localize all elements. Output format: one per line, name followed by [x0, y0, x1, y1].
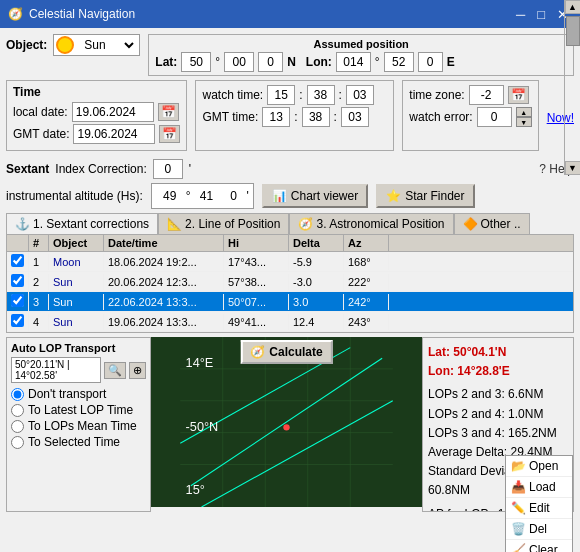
calculate-button[interactable]: 🧭 Calculate	[240, 340, 332, 364]
timezone-input[interactable]	[469, 85, 504, 105]
compass2-icon: 🧭	[298, 217, 313, 231]
lat-label: Lat:	[155, 55, 177, 69]
header-hi: Hi	[224, 235, 289, 251]
hs-min-input[interactable]	[193, 185, 221, 207]
maximize-button[interactable]: □	[533, 7, 549, 22]
tab-other[interactable]: 🔶 Other ..	[454, 213, 530, 234]
lon-dir: E	[447, 55, 455, 69]
row2-check[interactable]	[11, 274, 24, 287]
header-num: #	[29, 235, 49, 251]
tab-astronomical-position[interactable]: 🧭 3. Astronomical Position	[289, 213, 453, 234]
edit-icon: ✏️	[511, 501, 526, 515]
table-row-selected[interactable]: 3 Sun 22.06.2024 13:3... 50°07... 3.0 24…	[7, 292, 573, 312]
lon-deg-input[interactable]	[336, 52, 371, 72]
gmt-time-label: GMT time:	[202, 110, 258, 124]
sun-icon	[56, 36, 74, 54]
radio-latest-lop[interactable]	[11, 404, 24, 417]
watch-h-input[interactable]	[267, 85, 295, 105]
app-title: Celestial Navigation	[29, 7, 135, 21]
gmt-date-input[interactable]	[73, 124, 155, 144]
tab-line-of-position[interactable]: 📐 2. Line of Position	[158, 213, 289, 234]
zoom-button[interactable]: 🔍	[104, 362, 126, 379]
result-lon: Lon: 14°28.8'E	[428, 362, 568, 381]
lon-label: Lon:	[306, 55, 332, 69]
svg-point-14	[283, 424, 289, 430]
clear-icon: 🧹	[511, 543, 526, 552]
scroll-up-arrow[interactable]: ▲	[565, 0, 581, 14]
header-az: Az	[344, 235, 389, 251]
minimize-button[interactable]: ─	[512, 7, 529, 22]
spin-down[interactable]: ▼	[516, 117, 532, 127]
scrollbar-v: ▲ ▼	[564, 0, 580, 175]
calc-icon: 🧭	[250, 345, 265, 359]
lat-deg-input[interactable]	[181, 52, 211, 72]
object-label: Object:	[6, 38, 47, 52]
watch-error-label: watch error:	[409, 110, 472, 124]
star-finder-button[interactable]: ⭐ Star Finder	[376, 184, 474, 208]
lop-title: Auto LOP Transport	[11, 342, 146, 354]
result-lops-24: LOPs 2 and 4: 1.0NM	[428, 405, 568, 424]
coord-display: 50°20.11'N | 14°02.58'	[11, 357, 101, 383]
watch-time-label: watch time:	[202, 88, 263, 102]
chart-viewer-button[interactable]: 📊 Chart viewer	[262, 184, 368, 208]
lat-sec-input[interactable]	[258, 52, 283, 72]
lon-sec-input[interactable]	[418, 52, 443, 72]
lon-min-input[interactable]	[384, 52, 414, 72]
svg-text:14°E: 14°E	[186, 355, 214, 370]
ctx-clear[interactable]: 🧹Clear	[506, 540, 572, 552]
svg-line-10	[202, 401, 393, 507]
ctx-load[interactable]: 📥Load	[506, 477, 572, 498]
row4-check[interactable]	[11, 314, 24, 327]
result-lops-23: LOPs 2 and 3: 6.6NM	[428, 385, 568, 404]
tz-cal-icon[interactable]: 📅	[508, 86, 529, 104]
lat-min-input[interactable]	[224, 52, 254, 72]
gmt-h-input[interactable]	[262, 107, 290, 127]
anchor-icon: ⚓	[15, 217, 30, 231]
ctx-edit[interactable]: ✏️Edit	[506, 498, 572, 519]
header-check	[7, 235, 29, 251]
local-cal-icon[interactable]: 📅	[158, 103, 179, 121]
radio-selected-time[interactable]	[11, 436, 24, 449]
gmt-s-input[interactable]	[341, 107, 369, 127]
hs-deg-input[interactable]	[156, 185, 184, 207]
target-button[interactable]: ⊕	[129, 362, 146, 379]
hs-sec-input[interactable]	[223, 185, 245, 207]
watch-s-input[interactable]	[346, 85, 374, 105]
table-row[interactable]: 1 Moon 18.06.2024 19:2... 17°43... -5.9 …	[7, 252, 573, 272]
del-icon: 🗑️	[511, 522, 526, 536]
table-row[interactable]: 4 Sun 19.06.2024 13:3... 49°41... 12.4 2…	[7, 312, 573, 332]
context-menu: 📂Open 📥Load ✏️Edit 🗑️Del 🧹Clear	[505, 455, 573, 552]
watch-m-input[interactable]	[307, 85, 335, 105]
gmt-m-input[interactable]	[302, 107, 330, 127]
sextant-label: Sextant	[6, 162, 49, 176]
row3-check[interactable]	[11, 294, 24, 307]
radio-mean-time[interactable]	[11, 420, 24, 433]
assumed-position-title: Assumed position	[155, 38, 567, 50]
header-object: Object	[49, 235, 104, 251]
radio-dont-transport[interactable]	[11, 388, 24, 401]
gmt-cal-icon[interactable]: 📅	[159, 125, 180, 143]
ctx-del[interactable]: 🗑️Del	[506, 519, 572, 540]
app-icon: 🧭	[8, 7, 23, 21]
gmt-date-label: GMT date:	[13, 127, 69, 141]
time-title: Time	[13, 85, 180, 99]
spin-up[interactable]: ▲	[516, 107, 532, 117]
star-icon: ⭐	[386, 189, 401, 203]
tab-sextant-corrections[interactable]: ⚓ 1. Sextant corrections	[6, 213, 158, 234]
load-icon: 📥	[511, 480, 526, 494]
table-row[interactable]: 2 Sun 20.06.2024 12:3... 57°38... -3.0 2…	[7, 272, 573, 292]
chart-icon: 📊	[272, 189, 287, 203]
header-datetime: Date/time	[104, 235, 224, 251]
title-bar: 🧭 Celestial Navigation ─ □ ✕	[0, 0, 580, 28]
lat-dir: N	[287, 55, 296, 69]
scroll-thumb[interactable]	[566, 16, 580, 46]
local-date-input[interactable]	[72, 102, 154, 122]
ctx-open[interactable]: 📂Open	[506, 456, 572, 477]
result-lat: Lat: 50°04.1'N	[428, 343, 568, 362]
row1-check[interactable]	[11, 254, 24, 267]
map-area: 🧭 Calculate 14°E -50°N	[151, 337, 422, 507]
object-select[interactable]: Sun Moon Venus Mars	[77, 35, 137, 55]
scroll-down-arrow[interactable]: ▼	[565, 161, 581, 175]
watch-error-input[interactable]	[477, 107, 512, 127]
index-input[interactable]	[153, 159, 183, 179]
